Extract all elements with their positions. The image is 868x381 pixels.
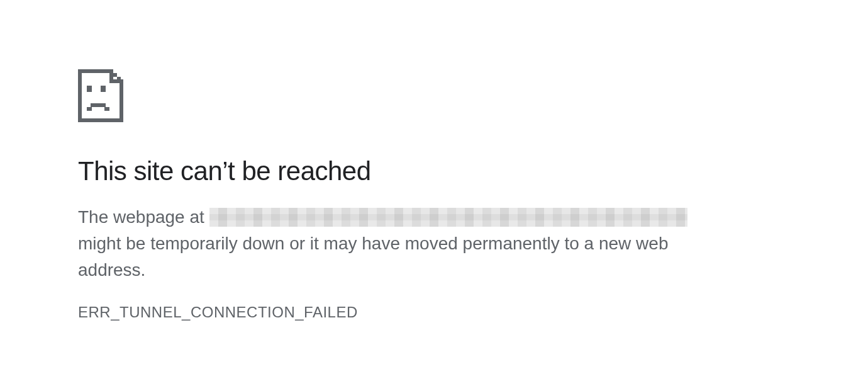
svg-rect-5: [109, 79, 123, 83]
svg-rect-9: [101, 86, 106, 92]
svg-rect-10: [91, 103, 106, 107]
svg-rect-8: [87, 86, 92, 92]
sad-page-icon: [78, 69, 755, 125]
svg-rect-6: [113, 73, 117, 77]
redacted-url: [209, 208, 687, 227]
error-code: ERR_TUNNEL_CONNECTION_FAILED: [78, 304, 755, 321]
svg-rect-11: [87, 107, 92, 111]
error-description: The webpage at might be temporarily down…: [78, 204, 726, 283]
svg-rect-2: [78, 118, 123, 122]
error-page: This site can’t be reached The webpage a…: [0, 0, 755, 321]
desc-suffix: might be temporarily down or it may have…: [78, 234, 668, 280]
svg-rect-1: [78, 69, 82, 122]
svg-rect-4: [109, 69, 113, 79]
svg-rect-0: [78, 69, 113, 73]
error-heading: This site can’t be reached: [78, 156, 755, 186]
svg-rect-3: [120, 79, 123, 122]
svg-rect-12: [104, 107, 109, 111]
svg-rect-7: [117, 77, 121, 81]
desc-prefix: The webpage at: [78, 207, 209, 227]
